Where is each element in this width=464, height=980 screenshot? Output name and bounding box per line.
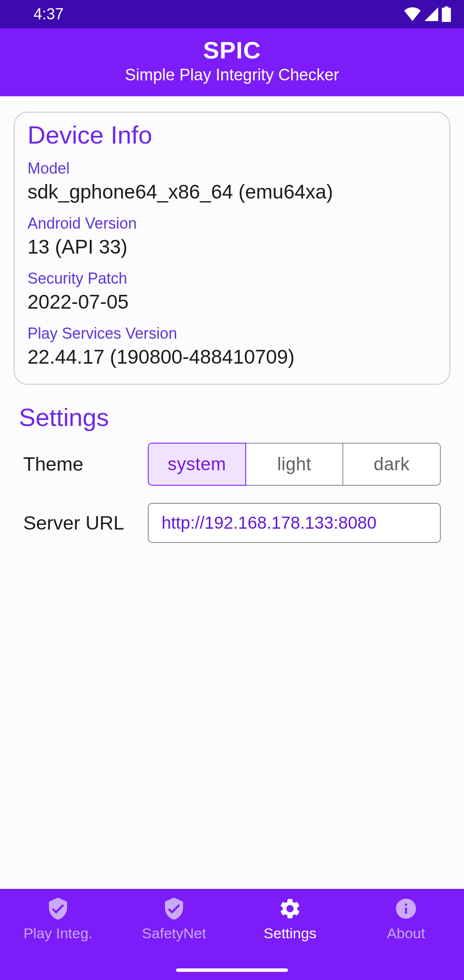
security-patch-value: 2022-07-05	[27, 290, 437, 313]
shield-check-outline-icon	[162, 897, 186, 921]
gear-icon	[278, 897, 302, 921]
model-value: sdk_gphone64_x86_64 (emu64xa)	[27, 180, 437, 203]
theme-option-light[interactable]: light	[246, 443, 344, 486]
info-icon	[394, 897, 418, 921]
theme-option-dark[interactable]: dark	[343, 443, 441, 486]
settings-title: Settings	[19, 403, 450, 432]
system-navigation-bar	[0, 960, 464, 980]
app-subtitle: Simple Play Integrity Checker	[0, 66, 464, 84]
play-services-label: Play Services Version	[27, 325, 437, 343]
bottom-navigation: Play Integ. SafetyNet Settings About	[0, 889, 464, 960]
android-version-value: 13 (API 33)	[27, 235, 437, 258]
status-bar: 4:37	[0, 0, 464, 28]
theme-setting-row: Theme system light dark	[14, 443, 450, 486]
theme-segmented-control: system light dark	[148, 443, 441, 486]
model-label: Model	[27, 159, 437, 178]
app-header: SPIC Simple Play Integrity Checker	[0, 28, 464, 96]
server-url-label: Server URL	[23, 512, 148, 534]
nav-label: Settings	[264, 925, 317, 942]
model-row: Model sdk_gphone64_x86_64 (emu64xa)	[27, 159, 437, 203]
gesture-handle[interactable]	[176, 968, 288, 972]
play-services-row: Play Services Version 22.44.17 (190800-4…	[27, 325, 437, 368]
battery-icon	[442, 6, 451, 22]
signal-icon	[424, 7, 438, 21]
nav-settings[interactable]: Settings	[232, 897, 348, 960]
nav-about[interactable]: About	[348, 897, 464, 960]
play-services-value: 22.44.17 (190800-488410709)	[27, 345, 437, 368]
android-version-label: Android Version	[27, 214, 437, 233]
theme-label: Theme	[23, 453, 148, 475]
main-content: Device Info Model sdk_gphone64_x86_64 (e…	[0, 96, 464, 889]
nav-safetynet[interactable]: SafetyNet	[116, 897, 232, 960]
status-icons	[404, 6, 451, 22]
wifi-icon	[404, 7, 421, 21]
security-patch-label: Security Patch	[27, 270, 437, 288]
theme-option-system[interactable]: system	[148, 443, 246, 486]
device-info-card: Device Info Model sdk_gphone64_x86_64 (e…	[14, 112, 450, 385]
status-time: 4:37	[34, 5, 64, 23]
server-url-input[interactable]	[148, 503, 441, 543]
nav-label: SafetyNet	[142, 925, 206, 942]
nav-label: Play Integ.	[24, 925, 93, 942]
nav-label: About	[387, 925, 425, 942]
security-patch-row: Security Patch 2022-07-05	[27, 270, 437, 313]
android-version-row: Android Version 13 (API 33)	[27, 214, 437, 258]
shield-check-icon	[46, 897, 70, 921]
server-url-setting-row: Server URL	[14, 503, 450, 543]
app-title: SPIC	[0, 36, 464, 64]
nav-play-integrity[interactable]: Play Integ.	[0, 897, 116, 960]
device-info-title: Device Info	[27, 120, 437, 149]
